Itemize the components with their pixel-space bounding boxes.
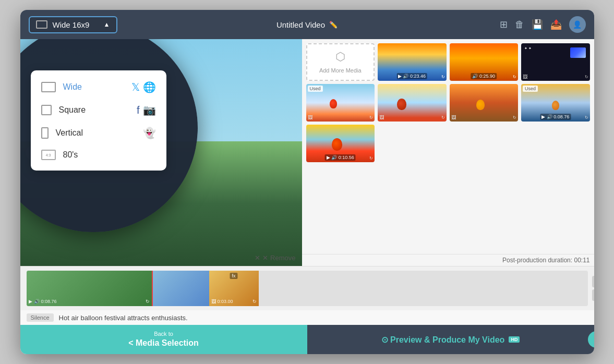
timeline-empty [259,271,588,306]
add-media-button[interactable]: ⬡ Add More Media [306,43,375,81]
ctrl-4[interactable]: ↻ [369,115,373,120]
ctrl-5[interactable]: ↻ [441,115,445,120]
save-icon[interactable]: 💾 [532,19,543,30]
duration-8: ▶ 🔊 0:10.56 [325,154,356,161]
media-item-8[interactable]: ▶ 🔊 0:10.56 ↻ [306,125,375,162]
used-badge-7: Used [523,86,538,92]
thumb-6 [450,84,519,122]
dropdown-item-80s[interactable]: 4:3 80's [31,144,166,165]
header-left: Wide 16x9 ▲ [29,16,117,33]
caption-text: Hot air balloon festival attracts enthus… [59,314,188,322]
clip-1-duration: 0:08.76 [41,299,57,304]
thumb-3: ✦ ✦ [521,43,590,81]
edit-icon[interactable]: ✏️ [329,21,338,29]
duration-2: 🔊 0:25.90 [471,73,497,79]
help-button[interactable]: ? [588,331,594,348]
wide-icon [41,82,56,92]
timeline-clip-1[interactable]: ▶ 🔊 0:08.76 ↻ [27,271,152,306]
wide-social-icons: 𝕏 🌐 [131,81,156,93]
media-item-2[interactable]: 🔊 0:25.90 ↻ [450,43,519,81]
80s-label: 80's [63,150,156,160]
clip-1-audio-icon: 🔊 [34,299,40,304]
add-media-icon: ⬡ [335,50,345,64]
preview-panel: ‹ ✕ ✕ Remove Wide 𝕏 🌐 [20,39,302,266]
dropdown-item-wide[interactable]: Wide 𝕏 🌐 [31,76,166,99]
timeline-wrapper: ▶ 🔊 0:08.76 ↻ fx 🖼 0:03.00 [27,271,588,306]
vertical-icon [41,127,49,139]
duration-label: Post-production duration: [502,257,572,264]
media-panel: ⬡ Add More Media ▶🔊 0:23.46 ↻ [302,39,594,254]
media-item-3[interactable]: ✦ ✦ 🖼 ↻ [521,43,590,81]
used-badge-4: Used [308,86,323,92]
playhead [152,271,153,306]
media-grid: ⬡ Add More Media ▶🔊 0:23.46 ↻ [306,43,590,162]
header-right: ⊞ 🗑 💾 📤 👤 [500,16,586,33]
header-center: Untitled Video ✏️ [276,20,338,29]
timeline-area: ▶ 🔊 0:08.76 ↻ fx 🖼 0:03.00 [20,266,594,310]
dropdown-item-square[interactable]: Square f 📷 [31,99,166,122]
duration-7: ▶ 🔊 0.08.76 [540,114,571,120]
ctrl-6[interactable]: ↻ [513,115,516,120]
zoom-out-button[interactable]: − [592,289,594,301]
twitter-icon: 𝕏 [131,81,140,93]
duration-value: 00:11 [574,257,589,264]
ctrl-1[interactable]: ↻ [441,75,445,79]
main-content: ‹ ✕ ✕ Remove Wide 𝕏 🌐 [20,39,594,266]
back-to-media-button[interactable]: Back to < Media Selection [20,325,307,354]
image-icon-5: 🖼 [379,115,384,120]
remove-label: ✕ Remove [262,254,295,262]
timeline-clip-3[interactable]: fx 🖼 0:03.00 ↻ [209,271,259,306]
clip-3-ctrl[interactable]: ↻ [252,299,257,304]
square-icon [41,105,52,115]
snapchat-icon: 👻 [143,127,156,139]
fx-badge: fx [230,273,237,279]
duration-1: ▶🔊 0:23.46 [396,73,427,79]
media-item-5[interactable]: 🖼 ↻ [378,84,447,122]
globe-icon: 🌐 [143,81,156,93]
video-title: Untitled Video [276,20,325,29]
back-large: < Media Selection [128,338,199,349]
ctrl-7[interactable]: ↻ [585,115,588,120]
ctrl-2[interactable]: ↻ [513,75,516,79]
zoom-in-button[interactable]: + [592,276,594,287]
media-item-4[interactable]: Used 🖼 ↻ [306,84,375,122]
timeline-strip: ▶ 🔊 0:08.76 ↻ fx 🖼 0:03.00 [27,271,588,306]
media-item-1[interactable]: ▶🔊 0:23.46 ↻ [378,43,447,81]
clip-1-info: ▶ 🔊 0:08.76 [29,299,57,304]
preview-text: ⊙ Preview & Produce My Video HD [381,335,520,345]
square-label: Square [59,105,129,115]
clip-3-duration: 0:03.00 [218,299,233,304]
ctrl-3[interactable]: ↻ [585,75,588,79]
clip-3-info: 🖼 0:03.00 [211,299,233,304]
back-text: Back to < Media Selection [128,330,199,348]
vertical-label: Vertical [56,128,136,138]
user-avatar[interactable]: 👤 [569,16,586,33]
aspect-selector[interactable]: Wide 16x9 ▲ [29,16,117,33]
media-item-6[interactable]: 🖼 ↻ [450,84,519,122]
silence-badge: Silence [27,313,54,322]
app-window: Wide 16x9 ▲ Untitled Video ✏️ ⊞ 🗑 💾 📤 👤 … [20,10,594,354]
media-item-7[interactable]: Used ▶ 🔊 0.08.76 ↻ [521,84,590,122]
film-icon-1: ▶ [398,74,402,79]
remove-icon: ✕ [255,254,260,262]
preview-produce-button[interactable]: ⊙ Preview & Produce My Video HD ? [307,325,594,354]
clip-1-ctrl[interactable]: ↻ [146,299,150,304]
right-panel: ⬡ Add More Media ▶🔊 0:23.46 ↻ [302,39,594,266]
80s-icon: 4:3 [41,150,56,160]
caption-bar: Silence Hot air balloon festival attract… [20,310,594,325]
dropdown-item-vertical[interactable]: Vertical 👻 [31,122,166,144]
image-icon-6: 🖼 [451,115,456,120]
timeline-clip-2[interactable] [152,271,209,306]
dropdown-menu: Wide 𝕏 🌐 Square f 📷 [31,70,166,171]
ctrl-8[interactable]: ↻ [369,156,373,161]
facebook-icon: f [137,104,140,116]
share-icon[interactable]: 📤 [550,19,562,30]
clip-1-film-icon: ▶ [29,299,32,304]
new-project-icon[interactable]: ⊞ [500,19,508,30]
remove-button[interactable]: ✕ ✕ Remove [255,254,295,262]
square-social-icons: f 📷 [137,104,156,116]
instagram-icon: 📷 [143,104,156,116]
trash-icon[interactable]: 🗑 [515,19,524,30]
aspect-icon [36,20,47,29]
duration-bar: Post-production duration: 00:11 [302,254,594,266]
